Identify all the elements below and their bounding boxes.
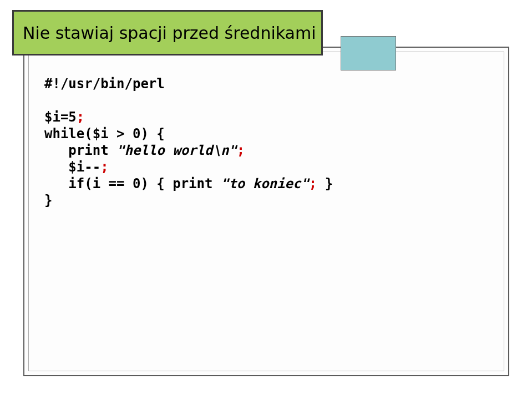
code-shebang: #!/usr/bin/perl: [44, 76, 165, 92]
code-assign: $i=5: [44, 109, 77, 125]
code-close-brace: }: [317, 176, 333, 191]
code-indent: [44, 143, 68, 158]
code-print-kw: print: [68, 143, 116, 158]
code-string: "to koniec": [221, 176, 309, 191]
slide: Nie stawiaj spacji przed średnikami #!/u…: [0, 0, 532, 399]
semicolon-icon: ;: [309, 176, 317, 191]
slide-title: Nie stawiaj spacji przed średnikami: [23, 23, 316, 43]
code-print-kw: print: [173, 176, 221, 191]
code-while: while($i > 0) {: [44, 126, 165, 142]
semicolon-icon: ;: [237, 143, 245, 158]
content-inner-frame: #!/usr/bin/perl $i=5; while($i > 0) { pr…: [28, 52, 504, 371]
code-block: #!/usr/bin/perl $i=5; while($i > 0) { pr…: [44, 75, 488, 209]
code-if: if(i == 0) {: [68, 176, 173, 191]
title-box: Nie stawiaj spacji przed średnikami: [12, 10, 323, 55]
code-indent: [44, 159, 68, 175]
code-decrement: $i--: [68, 159, 100, 175]
semicolon-icon: ;: [100, 159, 108, 175]
code-indent: [44, 176, 68, 191]
content-outer-frame: #!/usr/bin/perl $i=5; while($i > 0) { pr…: [23, 47, 509, 376]
code-close-brace: }: [44, 193, 52, 208]
code-string: "hello world\n": [116, 143, 237, 158]
accent-tab: [341, 36, 396, 70]
semicolon-icon: ;: [77, 109, 84, 125]
